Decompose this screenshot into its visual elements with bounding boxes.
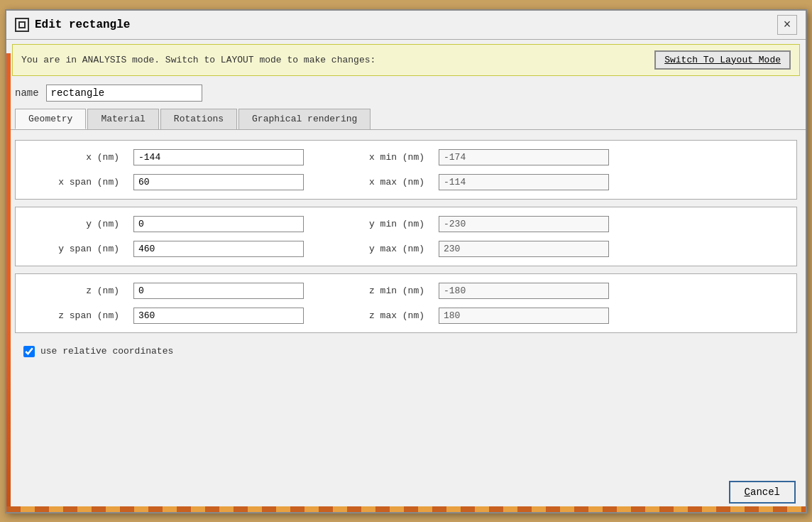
relative-coords-row: use relative coordinates: [15, 340, 797, 363]
relative-coords-checkbox[interactable]: [23, 346, 35, 357]
y-min-label: y min (nm): [332, 219, 424, 229]
analysis-bar: You are in ANALYSIS mode. Switch to LAYO…: [12, 44, 800, 76]
z-field-group: z (nm) z min (nm) z span (nm) z max (nm): [15, 273, 797, 333]
relative-coords-label: use relative coordinates: [40, 346, 173, 357]
tab-geometry[interactable]: Geometry: [15, 109, 86, 129]
y-span-label: y span (nm): [27, 244, 119, 254]
y-min-input: [439, 216, 609, 232]
y-input[interactable]: [133, 216, 304, 232]
z-label: z (nm): [27, 286, 119, 296]
z-max-input: [439, 308, 609, 324]
y-span-input[interactable]: [133, 241, 304, 257]
title-bar-left: Edit rectangle: [15, 18, 130, 32]
geometry-content: x (nm) x min (nm) x span (nm) x max (nm)…: [6, 130, 806, 474]
z-min-label: z min (nm): [332, 286, 424, 296]
x-min-label: x min (nm): [332, 152, 424, 163]
x-field-group: x (nm) x min (nm) x span (nm) x max (nm): [15, 140, 797, 200]
x-span-row: x span (nm) x max (nm): [27, 174, 785, 190]
tab-material[interactable]: Material: [87, 109, 158, 129]
close-button[interactable]: ×: [777, 15, 797, 35]
left-accent: [6, 53, 11, 512]
bottom-accent: [6, 506, 806, 512]
edit-rectangle-dialog: Edit rectangle × You are in ANALYSIS mod…: [5, 9, 807, 513]
x-label: x (nm): [27, 152, 119, 163]
rectangle-icon: [15, 18, 29, 32]
x-max-input: [439, 174, 609, 190]
cancel-button[interactable]: Cancel: [729, 481, 796, 504]
tab-rotations[interactable]: Rotations: [160, 109, 237, 129]
rectangle-icon-inner: [18, 21, 26, 28]
x-min-input: [439, 149, 609, 165]
tab-graphical-rendering[interactable]: Graphical rendering: [238, 109, 371, 129]
name-label: name: [15, 87, 39, 99]
y-max-input: [439, 241, 609, 257]
z-span-row: z span (nm) z max (nm): [27, 308, 785, 324]
y-max-label: y max (nm): [332, 244, 424, 254]
z-row: z (nm) z min (nm): [27, 283, 785, 299]
z-input[interactable]: [133, 283, 304, 299]
z-max-label: z max (nm): [332, 310, 424, 321]
y-span-row: y span (nm) y max (nm): [27, 241, 785, 257]
x-input[interactable]: [133, 149, 304, 165]
z-span-label: z span (nm): [27, 310, 119, 321]
y-field-group: y (nm) y min (nm) y span (nm) y max (nm): [15, 207, 797, 266]
x-span-input[interactable]: [133, 174, 304, 190]
name-row: name: [6, 80, 806, 109]
x-span-label: x span (nm): [27, 177, 119, 187]
title-bar: Edit rectangle ×: [6, 11, 806, 40]
x-row: x (nm) x min (nm): [27, 149, 785, 165]
cancel-underline-char: C: [745, 486, 750, 498]
y-row: y (nm) y min (nm): [27, 216, 785, 232]
y-label: y (nm): [27, 219, 119, 229]
x-max-label: x max (nm): [332, 177, 424, 187]
tabs-container: Geometry Material Rotations Graphical re…: [6, 109, 806, 130]
switch-to-layout-button[interactable]: Switch To Layout Mode: [654, 50, 791, 70]
name-input[interactable]: [46, 85, 202, 102]
cancel-rest: ancel: [750, 486, 780, 498]
z-span-input[interactable]: [133, 308, 304, 324]
dialog-title: Edit rectangle: [35, 18, 130, 31]
z-min-input: [439, 283, 609, 299]
analysis-message: You are in ANALYSIS mode. Switch to LAYO…: [21, 55, 375, 65]
